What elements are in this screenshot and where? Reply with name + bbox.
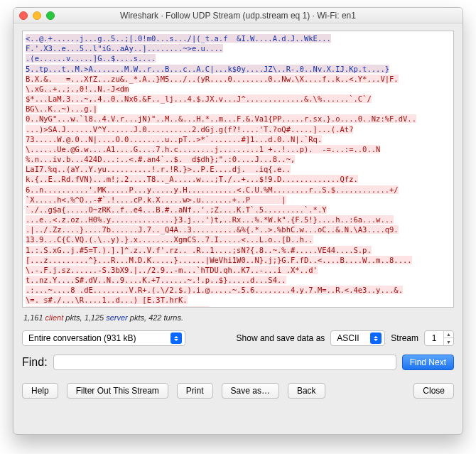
- client-text: ............+/: [335, 185, 399, 194]
- window-title: Wireshark · Follow UDP Stream (udp.strea…: [19, 11, 457, 21]
- stream-text: <..@.+......j...g..5..;[.0!m0...s.../|(_…: [26, 33, 450, 308]
- client-text: LaI7.%q..(aY..Y.yu..........!.r.!R.}>..P…: [26, 165, 291, 173]
- client-text: -=...:=..0..N: [313, 145, 381, 153]
- stream-number-stepper[interactable]: 1 ▲ ▼: [424, 330, 454, 346]
- close-button[interactable]: Close: [413, 383, 454, 399]
- client-text: B.X.&. =...XfZ...zu&._*.A..}M5.../..(yR.…: [26, 75, 399, 83]
- title-bar: Wireshark · Follow UDP Stream (udp.strea…: [13, 8, 463, 23]
- save-as-button[interactable]: Save as…: [222, 383, 279, 399]
- conversation-select[interactable]: Entire conversation (931 kB): [22, 330, 185, 346]
- find-next-button[interactable]: Find Next: [402, 355, 454, 370]
- zoom-window-icon[interactable]: [46, 11, 55, 20]
- stream-content[interactable]: <..@.+......j...g..5..;[.0!m0...s.../|(_…: [22, 31, 454, 308]
- client-text: %.n...iv.b...424D...:..<.#.an4`..$.: [26, 155, 183, 163]
- client-text: t..nz.Y....S#.dV..N..9....K.+7......~.!.…: [26, 276, 286, 284]
- client-text: 1.:.S.xG..j.#5=T.).].]^.z..V.f'.rz.. .R.…: [26, 246, 372, 254]
- select-arrow-icon: [370, 333, 382, 344]
- client-text: BG\..K..~)...g.|: [26, 104, 97, 113]
- client-text: 73.....W.@.0..N|....O.0........u..pT..>*…: [26, 135, 322, 144]
- close-window-icon[interactable]: [19, 11, 28, 20]
- packet-stats: 1,161 client pkts, 1,125 server pkts, 42…: [23, 313, 453, 322]
- client-text: \......Ue.@G.w....A1....G....7.h.c......…: [26, 145, 313, 153]
- stepper-up-icon[interactable]: ▲: [444, 331, 453, 338]
- server-text: 5..tp...t..M.>A.......M.W..r...B...c..A.…: [26, 65, 389, 73]
- find-row: Find: Find Next: [13, 349, 463, 376]
- traffic-lights: [19, 11, 55, 20]
- client-text: +..0=..3...y...`I$K4.PdE.A..pE.....W..A]…: [26, 306, 210, 308]
- client-text: [...z.........^}...R...M.D.K.....}......…: [26, 256, 412, 264]
- client-text: `./..g$a{.....O~zRK..f..e4...B.#..aNf..'…: [26, 205, 327, 214]
- minimize-window-icon[interactable]: [33, 11, 41, 20]
- filter-out-button[interactable]: Filter Out This Stream: [67, 383, 168, 399]
- print-button[interactable]: Print: [177, 383, 213, 399]
- client-text: k.{..E..Rd.fVN)...m!;.2....T8.._A.....w.…: [26, 175, 318, 183]
- client-text: .....Qfz.: [318, 175, 358, 183]
- client-text: \.xG..+..;.,0!..N.-J<dm: [26, 85, 129, 93]
- back-button[interactable]: Back: [288, 383, 325, 399]
- server-text: <..@.+......j...g..5..;[.0!m0...s.../|(_…: [26, 34, 331, 43]
- find-label: Find:: [22, 356, 48, 369]
- controls-row: Entire conversation (931 kB) Show and sa…: [13, 328, 463, 349]
- client-text: \=. s#./...\R....1..d...) [E.3T.hrK.: [26, 296, 188, 304]
- client-text: d$dh};".:0....J...8..~,: [183, 155, 295, 163]
- button-bar: Help Filter Out This Stream Print Save a…: [13, 376, 463, 407]
- client-text: ...)>SA.J......V^Y......J.0..........2.d…: [26, 125, 353, 134]
- window-frame: Wireshark · Follow UDP Stream (udp.strea…: [13, 7, 463, 435]
- stream-label: Stream: [391, 333, 418, 343]
- help-button[interactable]: Help: [22, 383, 58, 399]
- client-text: $*...LaM.3...~,.4..0..Nx6.&F.._lj...4.$.…: [26, 94, 372, 103]
- encoding-select[interactable]: ASCII: [330, 330, 385, 346]
- select-arrow-icon: [171, 333, 182, 344]
- conversation-value: Entire conversation (931 kB): [28, 333, 136, 343]
- stepper-buttons[interactable]: ▲ ▼: [443, 331, 453, 345]
- client-text: \.-.F.j.sz......-S.3bX9.|../2.9..-m...`h…: [26, 266, 318, 274]
- client-text: ...e..<.z.oz..H0%.y..............}3.j...…: [26, 215, 394, 224]
- stream-number-value: 1: [425, 333, 443, 343]
- client-text: 6..n..........'.MK.....P...y.....y.H....…: [26, 185, 335, 194]
- server-text: F.'.X3..e...5..l"iG..aAy..]........~>e.u…: [26, 44, 223, 53]
- server-text: .(e......v.....]G..$....s....: [26, 54, 156, 63]
- show-save-label: Show and save data as: [237, 333, 325, 343]
- stepper-down-icon[interactable]: ▼: [444, 338, 453, 345]
- encoding-value: ASCII: [337, 333, 359, 343]
- client-text: .:...~....8 .dE........V.R+.(.\/2.$.).i.…: [26, 286, 403, 294]
- client-text: `X.....h<.%^O..-#`.!....cP.k.X.....w>.u.…: [26, 195, 250, 204]
- client-text: .|../.Zz....}....7b......J.7.._Q4A..3...…: [26, 225, 399, 234]
- client-text: |: [250, 195, 286, 204]
- client-text: 13.9...C{C.VQ.(.\..y).}.x........XgmCS..…: [26, 235, 313, 244]
- client-text: 0..NyG"...w.`l8..4.V.r...jN)"..M..&...H.…: [26, 114, 416, 123]
- find-input[interactable]: [53, 355, 396, 370]
